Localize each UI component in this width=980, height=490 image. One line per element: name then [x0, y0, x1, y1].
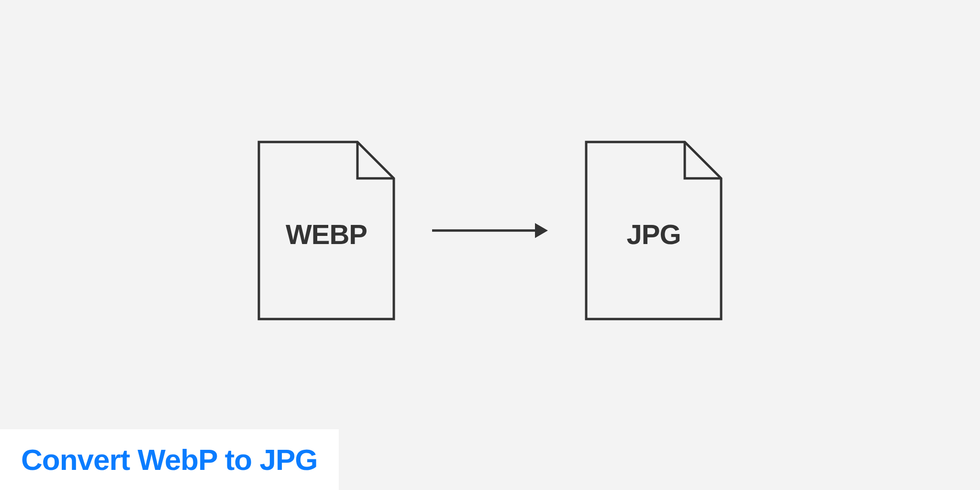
conversion-diagram: WEBP JPG	[257, 140, 723, 321]
caption-bar: Convert WebP to JPG	[0, 429, 339, 490]
source-format-label: WEBP	[286, 218, 367, 250]
arrow-right-icon	[430, 221, 550, 240]
target-file-icon: JPG	[584, 140, 723, 321]
target-format-label: JPG	[626, 218, 680, 250]
source-file-icon: WEBP	[257, 140, 396, 321]
caption-text: Convert WebP to JPG	[21, 443, 318, 477]
